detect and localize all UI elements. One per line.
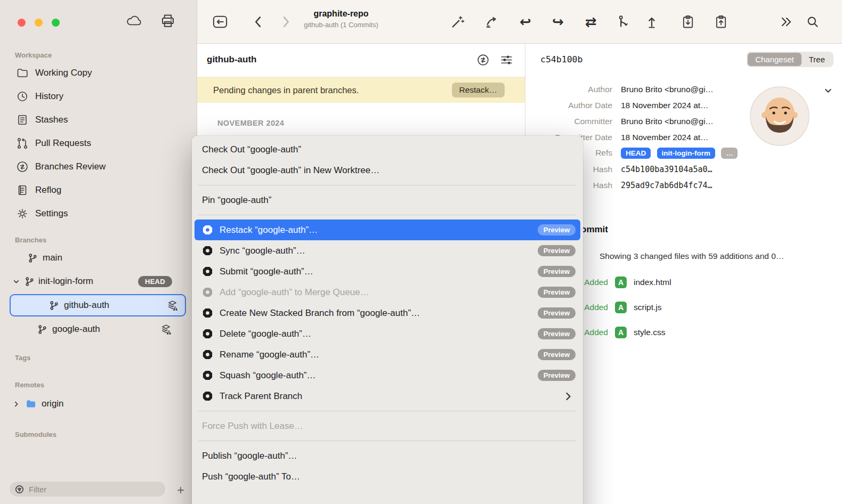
stack-warning-icon — [166, 299, 179, 312]
filter-input[interactable] — [28, 484, 160, 494]
sidebar-remote-origin[interactable]: origin — [0, 392, 197, 416]
menu-item-restack[interactable]: Restack “google-auth”… Preview — [195, 220, 580, 240]
commits-panel-header: github-auth — [197, 44, 525, 77]
stash-icon[interactable] — [679, 14, 697, 29]
sidebar-item-stashes[interactable]: Stashes — [0, 108, 197, 132]
menu-item-rename[interactable]: Rename “google-auth”… Preview — [192, 344, 583, 365]
menu-item-squash[interactable]: Squash “google-auth”… Preview — [192, 365, 583, 386]
sidebar-filter[interactable] — [10, 482, 165, 497]
menu-item-check-out-worktree[interactable]: Check Out “google-auth” in New Worktree… — [192, 160, 583, 181]
menu-item-force-push-with-lease: Force Push with Lease… — [192, 416, 583, 436]
sidebar-item-working-copy[interactable]: Working Copy — [0, 61, 197, 85]
checkout-icon[interactable] — [483, 14, 501, 29]
menu-item-track-parent-branch[interactable]: Track Parent Branch — [192, 386, 583, 407]
head-badge: HEAD — [138, 276, 172, 287]
file-status-badge: A — [615, 302, 627, 313]
chevron-right-icon[interactable] — [13, 401, 20, 408]
sidebar-item-branches-review[interactable]: Branches Review — [0, 155, 197, 178]
menu-item-submit[interactable]: Submit “google-auth”… Preview — [192, 261, 583, 282]
search-icon[interactable] — [804, 15, 822, 29]
branch-title: github-auth — [207, 54, 256, 65]
tags-section-header: Tags — [15, 354, 197, 362]
filter-options-icon[interactable] — [500, 53, 513, 67]
remotes-section-header: Remotes — [15, 381, 197, 389]
sidebar-item-reflog[interactable]: Reflog — [0, 178, 197, 202]
sidebar-item-history[interactable]: History — [0, 85, 197, 108]
clock-icon — [16, 90, 29, 103]
gear-icon — [16, 207, 29, 220]
menu-item-label: Pin “google-auth” — [202, 195, 271, 206]
sidebar-branch-main[interactable]: main — [0, 246, 197, 270]
collapse-details-icon[interactable] — [824, 86, 832, 95]
sidebar-item-label: Working Copy — [35, 68, 92, 78]
branches-review-icon — [16, 160, 29, 173]
sidebar-branch-github-auth[interactable]: github-auth — [10, 294, 186, 316]
menu-item-label: Force Push with Lease… — [202, 421, 303, 432]
tab-changeset[interactable]: Changeset — [748, 53, 801, 66]
filter-icon — [15, 485, 24, 494]
sidebar-branch-init-login-form[interactable]: init-login-form HEAD — [0, 270, 197, 293]
quick-actions-icon[interactable] — [449, 14, 467, 29]
menu-item-label: Add “google-auth” to Merge Queue… — [220, 287, 369, 298]
preview-badge: Preview — [538, 370, 576, 381]
menu-item-push-to[interactable]: Push “google-auth” To… — [192, 466, 583, 487]
file-status-badge: A — [615, 277, 627, 288]
remote-folder-icon — [25, 398, 37, 410]
open-working-copy-icon[interactable] — [211, 14, 229, 29]
sidebar-item-settings[interactable]: Settings — [0, 202, 197, 225]
restack-button[interactable]: Restack… — [452, 83, 505, 97]
cloud-services-icon[interactable] — [126, 14, 143, 28]
menu-item-label: Rename “google-auth”… — [220, 349, 319, 360]
print-icon[interactable] — [160, 13, 176, 29]
menu-item-publish[interactable]: Publish “google-auth”… — [192, 445, 583, 466]
graphite-icon — [202, 370, 213, 381]
meta-value: Bruno Brito <bruno@gi… — [621, 85, 714, 96]
head-ref-badge: HEAD — [621, 148, 651, 159]
back-button[interactable] — [248, 16, 266, 28]
undo-icon[interactable]: ↩ — [516, 14, 535, 30]
branch-label: google-auth — [52, 324, 100, 335]
merge-icon[interactable] — [615, 14, 633, 29]
branches-section-header: Branches — [15, 236, 197, 244]
chevron-down-icon[interactable] — [13, 278, 20, 285]
repo-subtitle: github-auth (1 Commits) — [282, 21, 400, 29]
author-avatar — [750, 86, 809, 146]
menu-item-create-stacked-branch[interactable]: Create New Stacked Branch from “google-a… — [192, 303, 583, 323]
commit-group-header: NOVEMBER 2024 — [217, 119, 525, 127]
sidebar-branch-google-auth[interactable]: google-auth — [0, 318, 197, 341]
branch-icon — [28, 254, 37, 263]
compare-icon[interactable] — [476, 53, 490, 67]
sidebar-item-label: Stashes — [35, 115, 68, 125]
sidebar-item-pull-requests[interactable]: Pull Requests — [0, 132, 197, 155]
meta-label: Committer — [526, 117, 612, 128]
window-title-block: graphite-repo github-auth (1 Commits) — [282, 9, 400, 29]
menu-item-check-out[interactable]: Check Out “google-auth” — [192, 139, 583, 160]
tab-tree[interactable]: Tree — [801, 53, 832, 66]
minimize-window-button[interactable] — [35, 19, 43, 27]
branch-label: main — [43, 253, 62, 263]
more-refs-button[interactable]: … — [721, 148, 738, 159]
menu-item-label: Squash “google-auth”… — [220, 370, 316, 381]
graphite-icon — [202, 391, 213, 402]
pull-request-icon — [16, 137, 29, 150]
folder-icon — [16, 67, 29, 79]
redo-icon[interactable]: ↪ — [549, 14, 567, 30]
menu-divider — [198, 441, 577, 441]
file-name: script.js — [634, 303, 662, 312]
graphite-icon — [202, 349, 213, 360]
preview-badge: Preview — [538, 245, 576, 256]
close-window-button[interactable] — [18, 19, 26, 27]
menu-item-delete[interactable]: Delete “google-auth”… Preview — [192, 323, 583, 344]
menu-item-pin[interactable]: Pin “google-auth” — [192, 190, 583, 210]
menu-item-sync[interactable]: Sync “google-auth”… Preview — [192, 240, 583, 261]
sync-icon[interactable]: ⇄ — [582, 14, 600, 30]
meta-value: 295ad9c7ab6db4fc74… — [621, 181, 713, 192]
add-button[interactable]: + — [177, 484, 184, 497]
zoom-window-button[interactable] — [52, 19, 60, 27]
toolbar-overflow-icon[interactable] — [777, 17, 795, 27]
push-icon[interactable] — [643, 14, 661, 29]
graphite-icon — [202, 307, 213, 319]
apply-stash-icon[interactable] — [712, 14, 730, 29]
graphite-icon — [202, 245, 213, 256]
file-name: index.html — [634, 278, 671, 287]
